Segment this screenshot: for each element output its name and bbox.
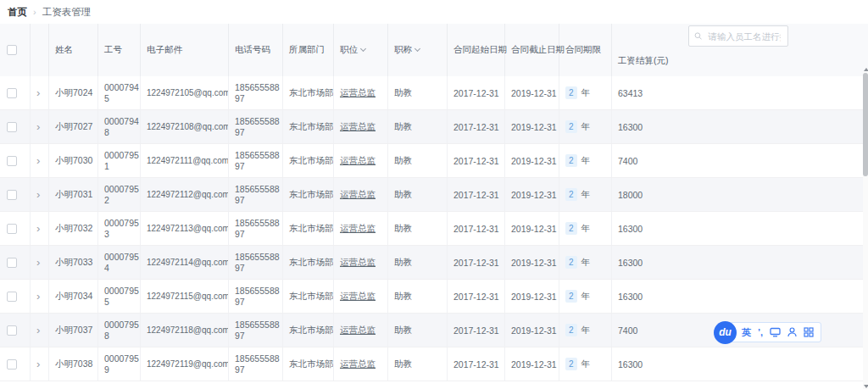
- expand-row-icon[interactable]: ›: [36, 155, 40, 166]
- expand-row-icon[interactable]: ›: [36, 121, 40, 132]
- position-link[interactable]: 运营总监: [340, 121, 376, 133]
- cell-dept: 东北市场部: [283, 314, 334, 347]
- header-cell-position[interactable]: 职位: [334, 24, 388, 76]
- row-checkbox[interactable]: [7, 156, 17, 166]
- row-checkbox[interactable]: [7, 325, 17, 336]
- row-checkbox[interactable]: [7, 88, 17, 98]
- cell-name: 小明7024: [49, 76, 98, 109]
- cell-phone: 18565558897: [229, 347, 283, 381]
- cell-term: 2 年: [559, 76, 612, 109]
- row-checkbox[interactable]: [7, 190, 17, 200]
- position-link[interactable]: 运营总监: [340, 87, 376, 99]
- header-cell-title[interactable]: 职称: [388, 24, 448, 76]
- expand-row-icon[interactable]: ›: [36, 87, 40, 98]
- cell-position: 运营总监: [334, 76, 388, 109]
- row-checkbox[interactable]: [7, 122, 17, 132]
- table-row: › 小明7038 00007959 1224972119@qq.com 1856…: [0, 347, 868, 381]
- select-all-checkbox[interactable]: [7, 45, 17, 55]
- ime-logo-button[interactable]: du: [714, 321, 737, 344]
- cell-title: 助教: [388, 246, 448, 279]
- scroll-down-icon[interactable]: [864, 385, 868, 388]
- cell-end-date: 2019-12-31: [505, 246, 559, 279]
- employee-search-box[interactable]: [688, 25, 788, 47]
- cell-name: 小明7027: [49, 110, 98, 143]
- cell-select: [0, 76, 31, 109]
- cell-phone: 18565558897: [229, 144, 283, 177]
- position-link[interactable]: 运营总监: [340, 189, 376, 201]
- vertical-scrollbar[interactable]: [863, 71, 868, 389]
- cell-position: 运营总监: [334, 347, 388, 381]
- cell-position: 运营总监: [334, 178, 388, 211]
- term-badge: 2: [565, 290, 577, 303]
- expand-row-icon[interactable]: ›: [36, 257, 40, 268]
- term-unit: 年: [581, 358, 591, 370]
- cell-term: 2 年: [559, 110, 612, 143]
- cell-expand: ›: [31, 110, 49, 143]
- cell-salary: 18000: [612, 178, 868, 211]
- cell-salary: 16300: [612, 110, 868, 143]
- cell-position: 运营总监: [334, 212, 388, 245]
- cell-start-date: 2017-12-31: [448, 212, 505, 245]
- ime-punctuation-button[interactable]: ’,: [758, 328, 763, 337]
- position-link[interactable]: 运营总监: [340, 155, 376, 167]
- cell-title: 助教: [388, 314, 448, 347]
- cell-empid: 00007958: [98, 314, 141, 347]
- header-cell-email: 电子邮件: [141, 24, 229, 76]
- position-link[interactable]: 运营总监: [340, 291, 376, 303]
- term-badge: 2: [565, 324, 577, 336]
- cell-empid: 00007959: [98, 347, 141, 381]
- cell-position: 运营总监: [334, 110, 388, 143]
- scrollbar-thumb[interactable]: [863, 73, 868, 176]
- cell-term: 2 年: [559, 246, 612, 279]
- row-checkbox[interactable]: [7, 292, 17, 302]
- cell-end-date: 2019-12-31: [505, 144, 559, 177]
- term-badge: 2: [565, 86, 577, 99]
- filter-caret-icon[interactable]: [415, 46, 420, 52]
- expand-row-icon[interactable]: ›: [36, 358, 40, 370]
- expand-row-icon[interactable]: ›: [36, 189, 40, 200]
- cell-expand: ›: [31, 178, 49, 211]
- scroll-up-icon[interactable]: [864, 68, 868, 71]
- cell-empid: 00007952: [98, 178, 141, 211]
- row-checkbox[interactable]: [7, 224, 17, 234]
- position-link[interactable]: 运营总监: [340, 358, 376, 370]
- cell-salary: 16300: [612, 212, 868, 245]
- cell-position: 运营总监: [334, 144, 388, 177]
- cell-start-date: 2017-12-31: [448, 76, 505, 109]
- ime-grid-menu-icon[interactable]: [804, 327, 814, 337]
- expand-row-icon[interactable]: ›: [36, 291, 40, 302]
- term-badge: 2: [565, 256, 577, 269]
- cell-title: 助教: [388, 280, 448, 313]
- cell-start-date: 2017-12-31: [448, 347, 505, 381]
- search-input[interactable]: [706, 31, 782, 42]
- cell-empid: 00007954: [98, 246, 141, 279]
- breadcrumb-home[interactable]: 首页: [8, 6, 27, 19]
- cell-title: 助教: [388, 110, 448, 143]
- cell-expand: ›: [31, 314, 49, 347]
- column-label: 合同起始日期: [453, 44, 507, 56]
- table-row: › 小明7032 00007953 1224972113@qq.com 1856…: [0, 212, 868, 246]
- position-link[interactable]: 运营总监: [340, 223, 376, 235]
- row-checkbox[interactable]: [7, 258, 17, 268]
- cell-email: 1224972118@qq.com: [141, 314, 229, 347]
- cell-salary: 63413: [612, 76, 868, 109]
- cell-position: 运营总监: [334, 314, 388, 347]
- ime-user-icon[interactable]: [787, 327, 797, 337]
- ime-keyboard-icon[interactable]: [770, 327, 781, 337]
- cell-name: 小明7032: [49, 212, 98, 245]
- expand-row-icon[interactable]: ›: [36, 325, 40, 336]
- cell-dept: 东北市场部: [283, 110, 334, 143]
- column-label: 合同期限: [565, 44, 601, 56]
- term-unit: 年: [581, 257, 591, 269]
- position-link[interactable]: 运营总监: [340, 257, 376, 269]
- cell-end-date: 2019-12-31: [505, 212, 559, 245]
- cell-title: 助教: [388, 347, 448, 381]
- position-link[interactable]: 运营总监: [340, 325, 376, 336]
- row-checkbox[interactable]: [7, 359, 17, 370]
- expand-row-icon[interactable]: ›: [36, 223, 40, 234]
- cell-start-date: 2017-12-31: [448, 144, 505, 177]
- cell-phone: 18565558897: [229, 246, 283, 279]
- filter-caret-icon[interactable]: [360, 46, 366, 52]
- cell-title: 助教: [388, 76, 448, 109]
- ime-language-button[interactable]: 英: [742, 328, 751, 337]
